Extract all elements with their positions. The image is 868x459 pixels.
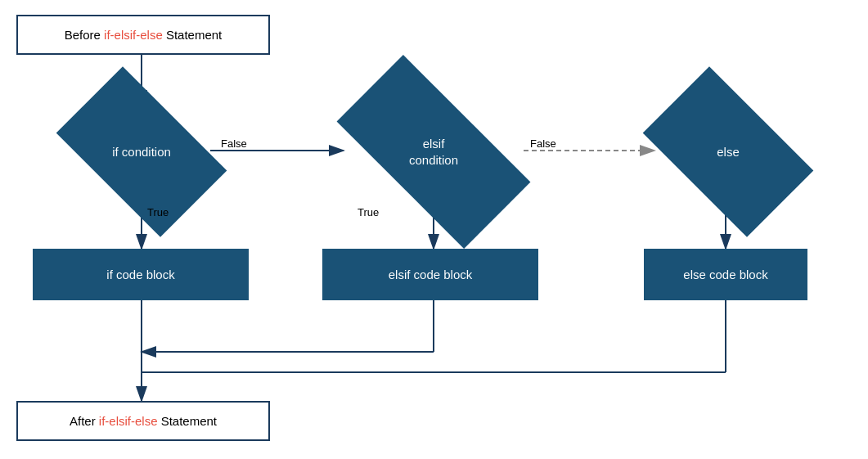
before-label-text: Before if-elsif-else Statement (65, 28, 223, 42)
arrows-layer (0, 0, 868, 459)
true1-label: True (147, 206, 169, 218)
elsif-code-block: elsif code block (322, 249, 538, 300)
elsif-condition-label: elsifcondition (409, 136, 458, 168)
false2-label: False (530, 137, 556, 150)
false1-label: False (221, 137, 247, 150)
if-code-block: if code block (33, 249, 249, 300)
else-code-block: else code block (644, 249, 807, 300)
if-condition-diamond: if condition (68, 105, 215, 199)
else-label: else (717, 144, 740, 160)
else-diamond: else (654, 105, 802, 199)
elsif-condition-diamond: elsifcondition (344, 105, 524, 199)
after-statement-box: After if-elsif-else Statement (16, 401, 270, 441)
after-label-text: After if-elsif-else Statement (70, 414, 217, 428)
flowchart-diagram: Before if-elsif-else Statement if condit… (0, 0, 868, 459)
if-condition-label: if condition (112, 144, 171, 160)
before-statement-box: Before if-elsif-else Statement (16, 15, 270, 55)
true2-label: True (358, 206, 379, 218)
